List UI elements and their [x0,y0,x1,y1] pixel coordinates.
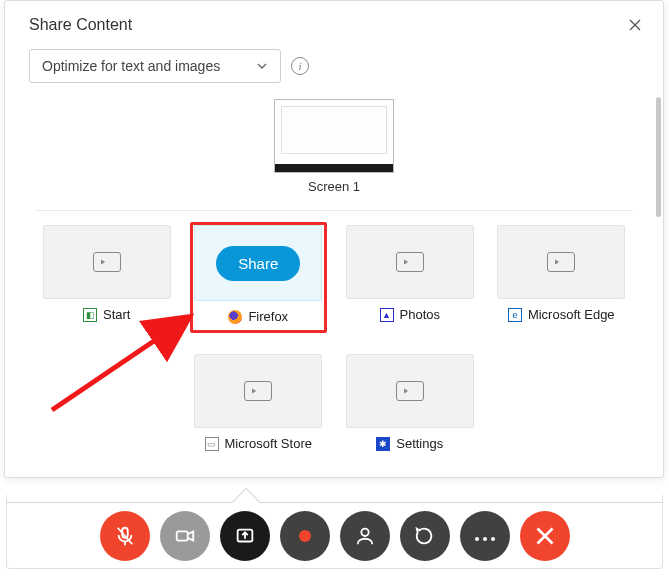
apps-grid: ◧ Start Share Firefox ▲ [35,225,633,451]
optimize-row: Optimize for text and images i [5,45,663,93]
svg-rect-4 [176,531,187,540]
scrollbar[interactable] [656,97,661,217]
share-button[interactable]: Share [216,246,300,281]
call-toolbar [0,511,669,561]
start-icon: ◧ [83,308,97,322]
svg-point-6 [361,529,368,536]
panel-header: Share Content [5,1,663,45]
app-tile-settings[interactable]: ✱ Settings [344,354,476,451]
app-tile-firefox[interactable]: Share Firefox [190,222,328,333]
optimize-dropdown[interactable]: Optimize for text and images [29,49,281,83]
optimize-selected-label: Optimize for text and images [42,58,220,74]
call-toolbar-wrap [0,481,669,577]
app-label: Settings [396,436,443,451]
close-icon [536,527,554,545]
app-label: Start [103,307,130,322]
screens-section: Screen 1 [35,99,633,194]
chat-icon [414,525,436,547]
info-icon[interactable]: i [291,57,309,75]
screen-tile-1-label: Screen 1 [308,179,360,194]
participants-button[interactable] [340,511,390,561]
close-button[interactable] [623,13,647,37]
edge-icon: e [508,308,522,322]
settings-icon: ✱ [376,437,390,451]
video-button[interactable] [160,511,210,561]
app-tile-store[interactable]: ▭ Microsoft Store [193,354,325,451]
panel-title: Share Content [29,16,132,34]
app-tile-edge[interactable]: e Microsoft Edge [496,225,628,330]
window-placeholder-icon [396,381,424,401]
share-content-panel: Share Content Optimize for text and imag… [4,0,664,478]
share-body: Screen 1 ◧ Start Share Firefox [5,91,663,477]
window-placeholder-icon [396,252,424,272]
share-screen-icon [234,525,256,547]
more-icon [473,527,497,545]
screen-tile-1[interactable] [274,99,394,173]
share-content-button[interactable] [220,511,270,561]
mute-button[interactable] [100,511,150,561]
chevron-down-icon [256,60,268,72]
app-label: Microsoft Edge [528,307,615,322]
app-label: Photos [400,307,440,322]
microphone-muted-icon [114,525,136,547]
chat-button[interactable] [400,511,450,561]
window-placeholder-icon [93,252,121,272]
app-label: Microsoft Store [225,436,312,451]
app-tile-start[interactable]: ◧ Start [41,225,173,330]
photos-icon: ▲ [380,308,394,322]
record-button[interactable] [280,511,330,561]
section-divider [35,210,633,211]
firefox-icon [228,310,242,324]
video-icon [174,525,196,547]
window-placeholder-icon [244,381,272,401]
store-icon: ▭ [205,437,219,451]
record-icon [299,530,311,542]
participants-icon [354,525,376,547]
app-label: Firefox [248,309,288,324]
end-call-button[interactable] [520,511,570,561]
window-placeholder-icon [547,252,575,272]
more-options-button[interactable] [460,511,510,561]
app-tile-photos[interactable]: ▲ Photos [344,225,476,330]
